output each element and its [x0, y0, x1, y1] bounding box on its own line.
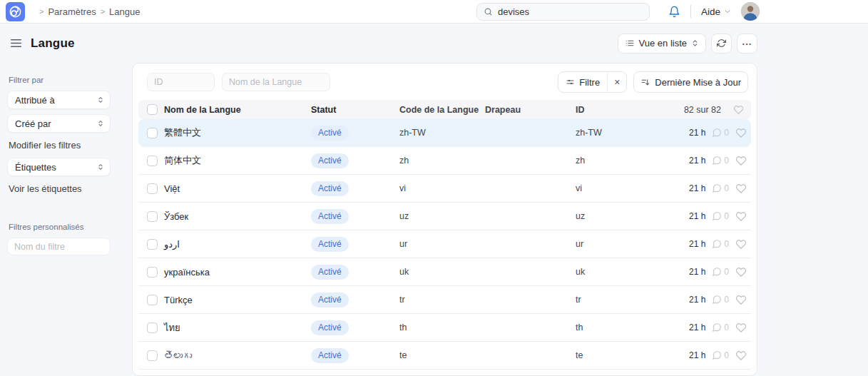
global-search[interactable] — [476, 3, 650, 21]
table-row[interactable]: 简体中文 Activé zh zh 21 h 0 — [138, 147, 751, 175]
languages-table: Nom de la Langue Statut Code de la Langu… — [133, 100, 757, 370]
comments-button[interactable]: 0 — [712, 295, 729, 305]
column-header-id[interactable]: ID — [576, 105, 660, 115]
favorite-icon[interactable] — [735, 128, 747, 138]
favorite-icon[interactable] — [735, 322, 747, 333]
comments-button[interactable]: 0 — [712, 183, 729, 193]
updown-chevrons-icon — [691, 39, 699, 48]
row-checkbox[interactable] — [147, 239, 158, 250]
language-name: Ўзбек — [164, 211, 311, 222]
table-row[interactable]: اردو Activé ur ur 21 h 0 — [138, 230, 751, 258]
comment-count: 0 — [724, 350, 729, 360]
filter-name-input[interactable] — [7, 238, 111, 255]
filter-button[interactable]: Filtre — [558, 72, 607, 92]
refresh-button[interactable] — [711, 34, 732, 54]
last-updated-time: 21 h — [689, 267, 705, 277]
table-row[interactable]: Ўзбек Activé uz uz 21 h 0 — [138, 203, 751, 230]
view-mode-button[interactable]: Vue en liste — [618, 34, 706, 54]
favorite-icon[interactable] — [735, 183, 747, 194]
comments-button[interactable]: 0 — [712, 211, 729, 221]
comments-button[interactable]: 0 — [712, 156, 729, 166]
comments-button[interactable]: 0 — [712, 128, 729, 138]
column-header-code[interactable]: Code de la Langue — [399, 105, 485, 115]
favorite-icon[interactable] — [735, 239, 747, 250]
page-title: Langue — [31, 36, 75, 51]
view-tags-link[interactable]: Voir les étiquettes — [9, 183, 111, 194]
column-header-flag[interactable]: Drapeau — [485, 105, 576, 115]
favorite-icon[interactable] — [735, 211, 747, 222]
table-row[interactable]: Việt Activé vi vi 21 h 0 — [138, 175, 751, 203]
favorite-icon[interactable] — [735, 267, 747, 278]
status-badge: Activé — [311, 265, 349, 280]
language-name: Türkçe — [164, 295, 311, 305]
comments-button[interactable]: 0 — [712, 239, 729, 249]
table-row[interactable]: Türkçe Activé tr tr 21 h 0 — [138, 286, 751, 314]
table-row[interactable]: ไทย Activé th th 21 h 0 — [138, 314, 751, 342]
table-row[interactable]: українська Activé uk uk 21 h 0 — [138, 258, 751, 286]
language-id: uk — [576, 267, 660, 277]
assigned-to-select[interactable]: Attribué à — [7, 91, 111, 109]
comments-button[interactable]: 0 — [712, 322, 729, 332]
assigned-to-value: Attribué à — [15, 95, 55, 106]
filter-sidebar: Filtrer par Attribué à Créé par Modifier… — [0, 63, 132, 255]
list-view-icon — [625, 39, 635, 48]
language-id: vi — [576, 183, 660, 193]
comments-button[interactable]: 0 — [712, 267, 729, 277]
more-options-button[interactable]: ... — [737, 34, 757, 54]
status-badge: Activé — [311, 153, 349, 168]
sort-button[interactable]: Dernière Mise à Jour — [633, 71, 748, 93]
notifications-bell-icon[interactable] — [668, 6, 680, 18]
favorite-icon[interactable] — [735, 350, 747, 361]
row-checkbox[interactable] — [147, 322, 158, 333]
menu-hamburger-icon[interactable] — [10, 38, 22, 49]
row-checkbox[interactable] — [147, 211, 158, 222]
favorite-icon[interactable] — [735, 156, 747, 166]
row-checkbox[interactable] — [147, 128, 158, 138]
created-by-value: Créé par — [15, 118, 51, 129]
ellipsis-icon: ... — [742, 36, 752, 47]
row-checkbox[interactable] — [147, 295, 158, 305]
user-avatar[interactable] — [741, 2, 760, 21]
favorite-filter-icon[interactable] — [733, 105, 744, 115]
favorite-icon[interactable] — [735, 295, 747, 305]
language-name-filter-input[interactable] — [222, 73, 330, 91]
language-code: zh-TW — [399, 128, 485, 138]
row-checkbox[interactable] — [147, 350, 158, 361]
last-updated-time: 21 h — [689, 156, 705, 166]
language-name: 繁體中文 — [164, 126, 311, 139]
language-id: zh-TW — [576, 128, 660, 138]
created-by-select[interactable]: Créé par — [7, 114, 111, 133]
app-logo-icon[interactable] — [6, 2, 25, 21]
row-checkbox[interactable] — [147, 183, 158, 194]
divider — [690, 5, 691, 18]
help-menu[interactable]: Aide — [701, 6, 731, 17]
column-header-name[interactable]: Nom de la Langue — [164, 105, 311, 115]
language-id: ur — [576, 239, 660, 249]
search-input[interactable] — [498, 6, 643, 17]
filter-button-group: Filtre × — [558, 71, 627, 93]
language-id: uz — [576, 211, 660, 221]
comment-count: 0 — [724, 128, 729, 138]
status-badge: Activé — [311, 126, 349, 141]
status-badge: Activé — [311, 209, 349, 224]
row-checkbox[interactable] — [147, 156, 158, 166]
language-name: українська — [164, 267, 311, 278]
language-name: 简体中文 — [164, 154, 311, 167]
select-all-checkbox[interactable] — [147, 104, 158, 115]
comments-button[interactable]: 0 — [712, 350, 729, 360]
breadcrumb-item-langue[interactable]: Langue — [109, 6, 140, 17]
sort-descending-icon — [640, 78, 650, 87]
modify-filters-link[interactable]: Modifier les filtres — [9, 140, 111, 151]
table-row[interactable]: తెలుగు Activé te te 21 h 0 — [138, 342, 751, 370]
refresh-icon — [717, 39, 726, 48]
table-row[interactable]: 繁體中文 Activé zh-TW zh-TW 21 h 0 — [138, 119, 751, 147]
clear-filter-button[interactable]: × — [607, 72, 626, 92]
language-code: uk — [399, 267, 485, 277]
last-updated-time: 21 h — [689, 128, 705, 138]
column-header-status[interactable]: Statut — [311, 105, 399, 115]
row-checkbox[interactable] — [147, 267, 158, 278]
tags-value: Étiquettes — [15, 162, 56, 173]
tags-select[interactable]: Étiquettes — [7, 158, 111, 176]
breadcrumb-item-parametres[interactable]: Paramètres — [48, 6, 96, 17]
id-filter-input[interactable] — [147, 73, 215, 91]
